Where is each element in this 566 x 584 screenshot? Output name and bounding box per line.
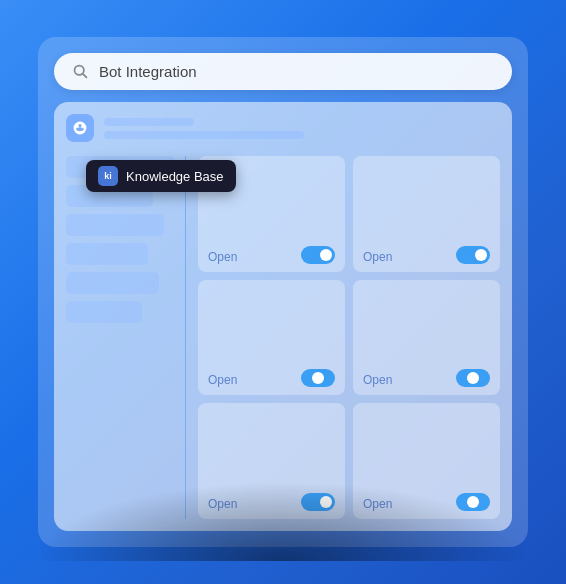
open-label-6: Open (363, 497, 392, 511)
grid-cell-3: Open (198, 280, 345, 396)
toggle-6[interactable] (456, 493, 490, 511)
svg-line-1 (83, 74, 87, 78)
toggle-2[interactable] (456, 246, 490, 264)
sidebar (66, 156, 186, 519)
content-area: Open Open Open Open Open (66, 156, 500, 519)
open-label-3: Open (208, 373, 237, 387)
toggle-4[interactable] (456, 369, 490, 387)
main-container: Bot Integration (38, 37, 528, 547)
toggle-3[interactable] (301, 369, 335, 387)
panel-icon (66, 114, 94, 142)
header-bars (104, 118, 500, 139)
open-label-2: Open (363, 250, 392, 264)
header-bar-short (104, 118, 194, 126)
knowledge-base-tooltip: ki Knowledge Base (86, 160, 236, 192)
sidebar-item[interactable] (66, 243, 148, 265)
grid-cell-2: Open (353, 156, 500, 272)
header-bar-long (104, 131, 304, 139)
open-label-5: Open (208, 497, 237, 511)
search-input-label: Bot Integration (99, 63, 197, 80)
sidebar-item[interactable] (66, 301, 142, 323)
grid-cell-5: Open (198, 403, 345, 519)
toggle-5[interactable] (301, 493, 335, 511)
sidebar-item[interactable] (66, 272, 159, 294)
sidebar-item[interactable] (66, 214, 164, 236)
tooltip-label: Knowledge Base (126, 169, 224, 184)
inner-panel: Open Open Open Open Open (54, 102, 512, 531)
open-label-4: Open (363, 373, 392, 387)
grid-cell-6: Open (353, 403, 500, 519)
toggle-1[interactable] (301, 246, 335, 264)
tooltip-icon: ki (98, 166, 118, 186)
open-label-1: Open (208, 250, 237, 264)
panel-header (66, 114, 500, 142)
grid-area: Open Open Open Open Open (186, 156, 500, 519)
grid-cell-4: Open (353, 280, 500, 396)
search-bar[interactable]: Bot Integration (54, 53, 512, 90)
search-icon (72, 63, 89, 80)
